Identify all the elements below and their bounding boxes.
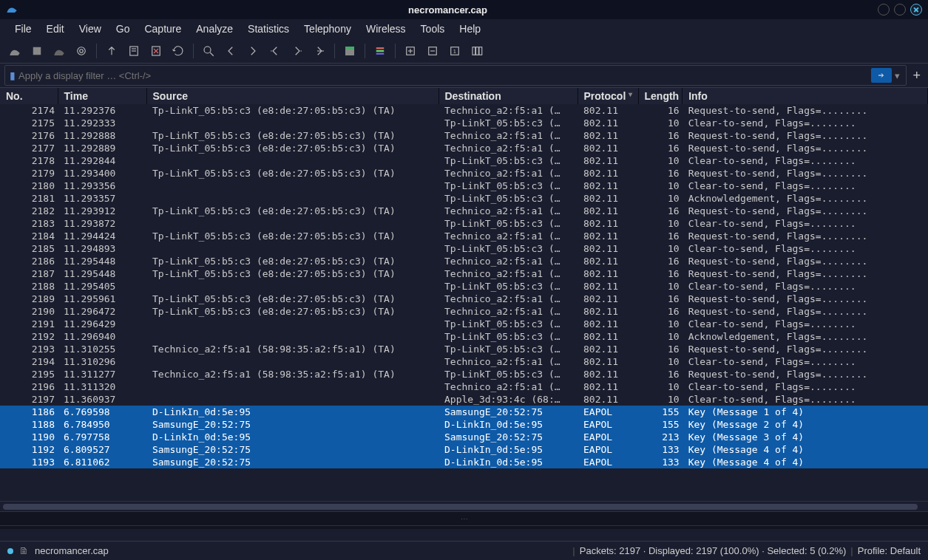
svg-line-10 [210,52,214,56]
packet-row[interactable]: 11936.811062SamsungE_20:52:75D-LinkIn_0d… [0,456,928,468]
packet-row[interactable]: 218011.293356Tp-LinkT_05:b5:c3 (…802.111… [0,180,928,192]
menu-view[interactable]: View [72,21,109,36]
svg-rect-0 [33,47,41,55]
packet-row[interactable]: 217911.293400Tp-LinkT_05:b5:c3 (e8:de:27… [0,167,928,180]
svg-rect-12 [345,47,354,49]
status-profile[interactable]: Profile: Default [858,545,921,556]
filter-bar: ▮ ▾ + [0,64,928,87]
packet-row[interactable]: 219011.296472Tp-LinkT_05:b5:c3 (e8:de:27… [0,305,928,318]
find-packet-icon[interactable] [198,41,219,61]
save-file-icon[interactable] [123,41,144,61]
window-controls [878,4,922,16]
svg-point-9 [204,47,211,53]
packet-row[interactable]: 217511.292333Tp-LinkT_05:b5:c3 (…802.111… [0,117,928,129]
col-header-destination[interactable]: Destination [438,88,578,104]
minimize-button[interactable] [878,4,890,16]
packet-row[interactable]: 11906.797758D-LinkIn_0d:5e:95SamsungE_20… [0,431,928,443]
horizontal-scrollbar[interactable] [0,501,928,511]
menu-help[interactable]: Help [452,21,488,36]
capture-file-properties-icon[interactable]: 🗎 [19,545,29,556]
packet-row[interactable]: 218511.294893Tp-LinkT_05:b5:c3 (…802.111… [0,242,928,255]
zoom-in-icon[interactable] [400,41,421,61]
packet-row[interactable]: 218211.293912Tp-LinkT_05:b5:c3 (e8:de:27… [0,205,928,217]
go-to-packet-icon[interactable] [265,41,285,61]
filter-add-button[interactable]: + [910,68,924,83]
pane-splitter[interactable]: ⋯ [0,511,928,526]
svg-point-1 [78,47,86,55]
menu-analyze[interactable]: Analyze [189,21,240,36]
display-filter-input[interactable]: ▮ ▾ [4,65,907,86]
reload-icon[interactable] [168,41,189,61]
window-title: necromancer.cap [18,4,878,16]
maximize-button[interactable] [894,4,906,16]
colorize-icon[interactable] [370,41,390,61]
status-packets: Packets: 2197 · Displayed: 2197 (100.0%)… [580,545,847,556]
packet-row[interactable]: 219511.311277Technico_a2:f5:a1 (58:98:35… [0,368,928,380]
packet-row[interactable]: 219211.296940Tp-LinkT_05:b5:c3 (…802.111… [0,330,928,343]
col-header-info[interactable]: Info [683,88,928,104]
go-forward-icon[interactable] [243,41,263,61]
open-file-icon[interactable] [101,41,122,61]
expert-info-icon[interactable] [7,548,13,554]
col-header-source[interactable]: Source [146,88,438,104]
col-header-time[interactable]: Time [58,88,146,104]
close-file-icon[interactable] [146,41,166,61]
packet-row[interactable]: 218411.294424Tp-LinkT_05:b5:c3 (e8:de:27… [0,230,928,242]
titlebar: necromancer.cap [0,0,928,19]
packet-row[interactable]: 218311.293872Tp-LinkT_05:b5:c3 (…802.111… [0,217,928,230]
packet-row[interactable]: 219411.310296Technico_a2:f5:a1 (…802.111… [0,355,928,368]
go-last-icon[interactable] [309,41,330,61]
packet-row[interactable]: 217411.292376Tp-LinkT_05:b5:c3 (e8:de:27… [0,104,928,117]
packet-row[interactable]: 11886.784950SamsungE_20:52:75D-LinkIn_0d… [0,418,928,431]
packet-row[interactable]: 217711.292889Tp-LinkT_05:b5:c3 (e8:de:27… [0,142,928,154]
auto-scroll-icon[interactable] [339,41,360,61]
close-button[interactable] [910,4,922,16]
zoom-out-icon[interactable] [422,41,443,61]
menubar: File Edit View Go Capture Analyze Statis… [0,19,928,38]
packet-row[interactable]: 218811.295405Tp-LinkT_05:b5:c3 (…802.111… [0,280,928,293]
packet-row[interactable]: 218111.293357Tp-LinkT_05:b5:c3 (…802.111… [0,192,928,205]
filter-apply-button[interactable] [871,68,892,83]
start-capture-icon[interactable] [4,41,25,61]
menu-file[interactable]: File [7,21,39,36]
packet-list[interactable]: No. Time Source Destination Protocol▾ Le… [0,87,928,501]
sort-indicator-icon: ▾ [629,90,632,98]
col-header-length[interactable]: Length [638,88,683,104]
packet-row[interactable]: 218911.295961Tp-LinkT_05:b5:c3 (e8:de:27… [0,293,928,305]
packet-row[interactable]: 219311.310255Technico_a2:f5:a1 (58:98:35… [0,343,928,355]
packet-row[interactable]: 218711.295448Tp-LinkT_05:b5:c3 (e8:de:27… [0,267,928,280]
menu-statistics[interactable]: Statistics [240,21,297,36]
packet-row[interactable]: 217611.292888Tp-LinkT_05:b5:c3 (e8:de:27… [0,129,928,142]
filter-text-field[interactable] [18,70,868,81]
menu-capture[interactable]: Capture [137,21,189,36]
svg-rect-23 [473,47,475,55]
col-header-no[interactable]: No. [0,88,58,104]
svg-rect-24 [476,47,479,55]
restart-capture-icon[interactable] [49,41,70,61]
capture-options-icon[interactable] [71,41,92,61]
zoom-actual-icon[interactable]: 1 [444,41,465,61]
packet-row[interactable]: 11866.769598D-LinkIn_0d:5e:95SamsungE_20… [0,406,928,418]
packet-row[interactable]: 218611.295448Tp-LinkT_05:b5:c3 (e8:de:27… [0,255,928,267]
menu-edit[interactable]: Edit [39,21,72,36]
go-back-icon[interactable] [220,41,241,61]
menu-tools[interactable]: Tools [413,21,453,36]
packet-row[interactable]: 219111.296429Tp-LinkT_05:b5:c3 (…802.111… [0,318,928,330]
bookmark-icon[interactable]: ▮ [10,69,16,81]
packet-row[interactable]: 219711.360937Apple_3d:93:4c (68:…802.111… [0,393,928,406]
menu-go[interactable]: Go [109,21,138,36]
menu-telephony[interactable]: Telephony [297,21,359,36]
packet-row[interactable]: 219611.311320Technico_a2:f5:a1 (…802.111… [0,380,928,393]
col-header-protocol[interactable]: Protocol▾ [578,88,638,104]
stop-capture-icon[interactable] [27,41,47,61]
packet-row[interactable]: 217811.292844Tp-LinkT_05:b5:c3 (…802.111… [0,154,928,167]
svg-point-2 [80,49,84,52]
toolbar: 1 [0,38,928,64]
resize-columns-icon[interactable] [467,41,487,61]
menu-wireless[interactable]: Wireless [359,21,413,36]
packet-row[interactable]: 11926.809527SamsungE_20:52:75D-LinkIn_0d… [0,443,928,456]
svg-rect-25 [479,47,482,55]
app-icon [6,4,18,16]
go-first-icon[interactable] [287,41,308,61]
filter-dropdown-icon[interactable]: ▾ [893,70,901,81]
